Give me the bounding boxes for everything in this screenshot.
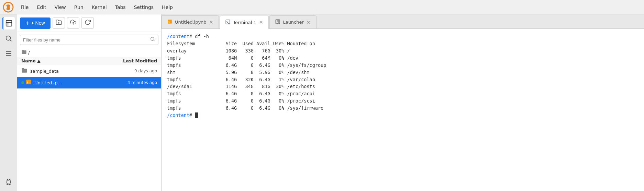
tab-notebook[interactable]: $ Untitled.ipynb ✕ — [162, 15, 219, 28]
item-name: Untitled.ip... — [34, 80, 112, 85]
terminal-output-line-0: Filesystem Size Used Avail Use% Mounted … — [167, 40, 639, 47]
activity-extensions[interactable] — [2, 176, 15, 188]
term-prompt-2: /content — [167, 112, 189, 118]
menu-run[interactable]: Run — [71, 3, 87, 11]
tab-close-terminal[interactable]: ✕ — [259, 20, 263, 25]
tab-terminal-label: Terminal 1 — [233, 20, 256, 25]
activity-bar — [0, 14, 17, 191]
item-modified: 4 minutes ago — [112, 80, 157, 85]
terminal-output-line-7: tmpfs 6.4G 0 6.4G 0% /proc/acpi — [167, 90, 639, 97]
menu-help[interactable]: Help — [158, 3, 176, 11]
menu-tabs[interactable]: Tabs — [112, 3, 129, 11]
name-col-label[interactable]: Name — [21, 58, 36, 63]
sort-indicator: ▲ — [37, 58, 41, 63]
item-name: sample_data — [30, 69, 112, 74]
tab-bar: $ Untitled.ipynb ✕ Terminal 1 ✕ — [162, 14, 644, 29]
fb-toolbar: + + New — [17, 14, 161, 32]
svg-rect-1 — [6, 21, 12, 26]
terminal-prompt-line: /content# — [167, 112, 639, 119]
refresh-button[interactable] — [81, 17, 94, 29]
activity-files[interactable] — [2, 17, 15, 29]
activity-search[interactable] — [2, 32, 15, 45]
list-item[interactable]: $ Untitled.ip... 4 minutes ago — [17, 77, 161, 88]
folder-item-icon — [21, 67, 27, 75]
tab-notebook-label: Untitled.ipynb — [175, 20, 207, 25]
right-area: $ Untitled.ipynb ✕ Terminal 1 ✕ — [162, 14, 644, 191]
tab-close-notebook[interactable]: ✕ — [209, 20, 213, 25]
term-prompt-1: /content — [167, 34, 189, 39]
app-logo — [3, 2, 14, 13]
terminal-first-line: /content# df -h — [167, 33, 639, 40]
svg-point-9 — [151, 37, 154, 40]
green-dot — [21, 81, 24, 84]
plus-icon: + — [25, 20, 29, 27]
breadcrumb-path: / — [28, 50, 30, 55]
terminal-output-line-4: shm 5.9G 0 5.9G 0% /dev/shm — [167, 69, 639, 76]
svg-text:$: $ — [27, 81, 29, 84]
terminal-output-line-2: tmpfs 64M 0 64M 0% /dev — [167, 55, 639, 62]
menu-bar: File Edit View Run Kernel Tabs Settings … — [0, 0, 644, 14]
list-item[interactable]: sample_data 9 days ago — [17, 65, 161, 77]
new-button[interactable]: + + New — [20, 17, 51, 29]
terminal-output-line-8: tmpfs 6.4G 0 6.4G 0% /proc/scsi — [167, 97, 639, 105]
launcher-tab-icon — [275, 19, 280, 25]
menu-edit[interactable]: Edit — [33, 3, 49, 11]
notebook-tab-icon: $ — [167, 19, 172, 25]
terminal-output-line-3: tmpfs 6.4G 0 6.4G 0% /sys/fs/cgroup — [167, 62, 639, 69]
notebook-item-icon: $ — [25, 79, 32, 86]
term-hash: # — [189, 112, 195, 118]
search-input[interactable] — [23, 37, 150, 43]
svg-point-2 — [6, 36, 10, 40]
new-folder-button[interactable] — [53, 17, 65, 29]
term-command: # df -h — [189, 34, 209, 39]
terminal-tab-icon — [225, 20, 230, 25]
terminal-output-line-5: tmpfs 6.4G 32K 6.4G 1% /var/colab — [167, 76, 639, 83]
breadcrumb: / — [17, 48, 161, 57]
tab-launcher[interactable]: Launcher ✕ — [269, 15, 316, 28]
item-modified: 9 days ago — [112, 69, 157, 73]
cursor — [195, 112, 198, 118]
modified-col-label: Last Modified — [123, 58, 157, 63]
terminal-area[interactable]: /content# df -h Filesystem Size Used Ava… — [162, 29, 644, 191]
tab-launcher-label: Launcher — [283, 20, 303, 25]
fb-list-header: Name ▲ Last Modified — [17, 57, 161, 65]
terminal-output-line-9: tmpfs 6.4G 0 6.4G 0% /sys/firmware — [167, 105, 639, 112]
svg-text:$: $ — [168, 21, 170, 23]
terminal-output-line-1: overlay 108G 33G 76G 30% / — [167, 47, 639, 55]
menu-kernel[interactable]: Kernel — [88, 3, 110, 11]
tab-close-launcher[interactable]: ✕ — [307, 20, 311, 25]
menu-file[interactable]: File — [17, 3, 32, 11]
menu-settings[interactable]: Settings — [131, 3, 157, 11]
fb-search-bar — [20, 35, 158, 45]
search-icon — [150, 36, 155, 43]
activity-list[interactable] — [2, 47, 15, 60]
menu-view[interactable]: View — [51, 3, 69, 11]
new-button-label: + New — [31, 20, 45, 26]
file-browser: + + New — [17, 14, 162, 191]
folder-icon — [21, 49, 27, 56]
tab-terminal[interactable]: Terminal 1 ✕ — [220, 16, 269, 29]
terminal-output-line-6: /dev/sda1 114G 34G 81G 30% /etc/hosts — [167, 83, 639, 90]
upload-button[interactable] — [67, 17, 79, 29]
file-list: sample_data 9 days ago $ Untitled.ip... … — [17, 65, 161, 191]
svg-line-10 — [154, 40, 155, 41]
